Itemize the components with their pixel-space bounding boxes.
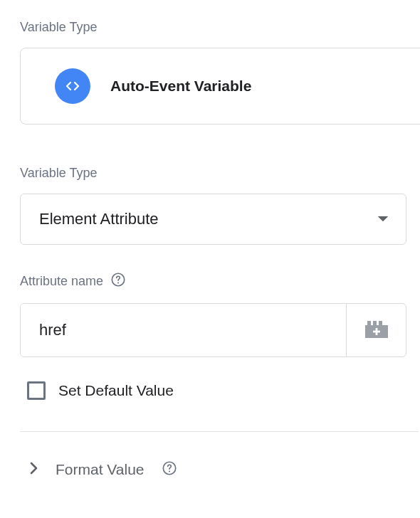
caret-down-icon bbox=[377, 213, 389, 226]
svg-point-1 bbox=[117, 282, 119, 284]
variable-type-label: Variable Type bbox=[20, 20, 420, 35]
svg-rect-4 bbox=[373, 321, 377, 325]
variable-type-title: Auto-Event Variable bbox=[110, 78, 251, 95]
svg-rect-3 bbox=[367, 321, 371, 325]
chevron-right-icon bbox=[30, 462, 38, 477]
attribute-name-label: Attribute name bbox=[20, 274, 103, 289]
help-icon[interactable] bbox=[110, 272, 126, 290]
insert-variable-button[interactable] bbox=[346, 304, 406, 356]
brick-plus-icon bbox=[365, 319, 388, 341]
attribute-name-input[interactable] bbox=[21, 304, 346, 356]
set-default-value-checkbox[interactable] bbox=[27, 381, 46, 400]
variable-type-card[interactable]: Auto-Event Variable bbox=[20, 48, 420, 125]
help-icon[interactable] bbox=[162, 460, 177, 479]
svg-rect-5 bbox=[379, 321, 382, 325]
variable-type-select[interactable]: Element Attribute bbox=[20, 194, 406, 245]
divider bbox=[20, 431, 419, 432]
variable-type-select-value: Element Attribute bbox=[39, 210, 159, 228]
set-default-value-row[interactable]: Set Default Value bbox=[20, 381, 420, 400]
format-value-row[interactable]: Format Value bbox=[20, 460, 420, 479]
set-default-value-label: Set Default Value bbox=[58, 382, 174, 399]
format-value-label: Format Value bbox=[56, 461, 145, 478]
svg-point-9 bbox=[168, 471, 169, 472]
variable-type-select-label: Variable Type bbox=[20, 166, 420, 181]
svg-rect-7 bbox=[373, 331, 380, 333]
code-icon bbox=[55, 68, 90, 104]
